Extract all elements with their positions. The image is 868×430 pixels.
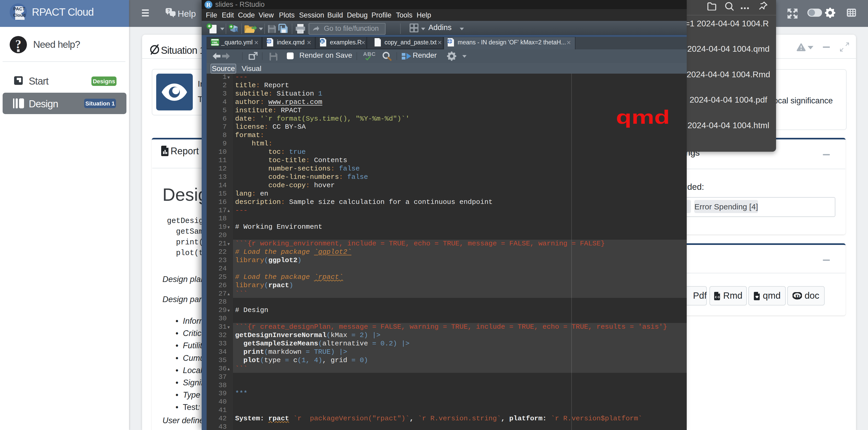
svg-text:?: ? [167,9,170,13]
svg-text:R: R [795,293,800,300]
svg-text:YML: YML [212,41,218,44]
svg-text:?: ? [16,38,22,51]
svg-text:R: R [321,39,324,44]
svg-text:Cloud: Cloud [13,13,26,18]
svg-text:R: R [235,27,239,33]
svg-text:PACT: PACT [13,6,25,11]
